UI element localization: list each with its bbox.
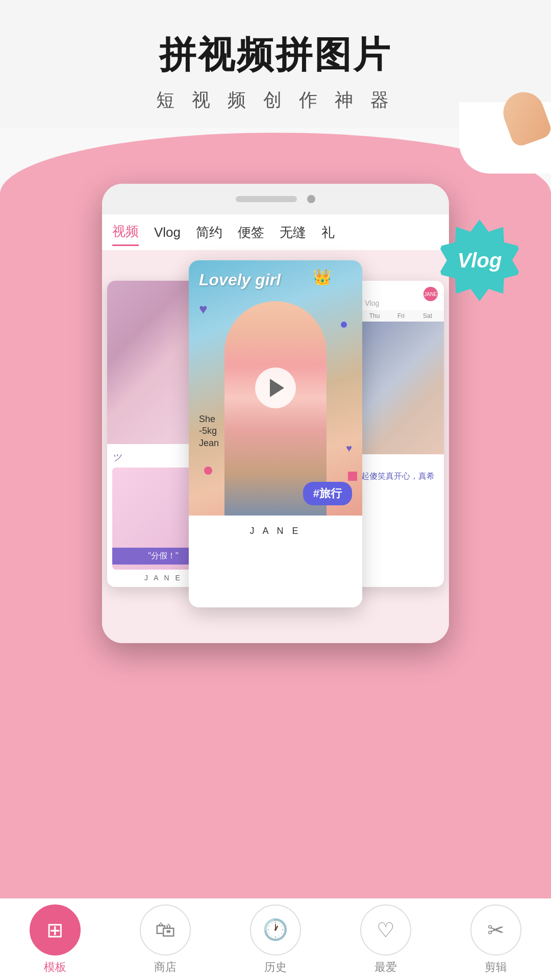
phone-container: 视频 Vlog 简约 便签 无缝 礼 ツ: [97, 184, 454, 643]
tablet-top-bar: [102, 184, 449, 214]
tab-note[interactable]: 便签: [238, 219, 264, 246]
table-col-sat: Sat: [414, 312, 441, 320]
nav-item-template[interactable]: ⊞ 模板: [30, 904, 81, 975]
tablet-speaker: [236, 196, 297, 202]
nav-label-template: 模板: [44, 960, 66, 975]
tab-seamless[interactable]: 无缝: [280, 219, 306, 246]
tablet-screen: 视频 Vlog 简约 便签 无缝 礼 ツ: [102, 214, 449, 643]
dot-pink-2: [348, 472, 357, 481]
jane-label: J A N E: [249, 526, 301, 536]
nav-icon-template[interactable]: ⊞: [30, 904, 81, 955]
card-main[interactable]: Lovely girl 👑 ♥ ♥ #旅行: [189, 260, 362, 607]
tab-simple[interactable]: 简约: [196, 219, 222, 246]
card-main-footer: J A N E: [189, 516, 362, 546]
nav-label-history: 历史: [264, 960, 287, 975]
card-right-logo: JANE: [423, 287, 438, 301]
nav-label-favorites: 最爱: [374, 960, 397, 975]
nav-item-history[interactable]: 🕐 历史: [250, 904, 301, 975]
bottom-navigation: ⊞ 模板 🛍 商店 🕐 历史 ♡ 最爱 ✂ 剪辑: [0, 898, 551, 980]
main-title: 拼视频拼图片: [0, 31, 551, 80]
tab-vlog[interactable]: Vlog: [154, 220, 181, 244]
table-col-thu: Thu: [361, 312, 388, 320]
shirt-text: She -5kg Jean: [199, 413, 219, 449]
crown-icon: 👑: [313, 268, 332, 286]
tablet-mockup: 视频 Vlog 简约 便签 无缝 礼 ツ: [102, 184, 449, 643]
play-button[interactable]: [255, 368, 296, 408]
nav-item-favorites[interactable]: ♡ 最爱: [360, 904, 411, 975]
tablet-camera: [307, 195, 315, 203]
nav-icon-favorites[interactable]: ♡: [360, 904, 411, 955]
play-triangle-icon: [270, 379, 284, 397]
heart-icon-1: ♥: [199, 301, 208, 317]
tab-gift[interactable]: 礼: [321, 219, 335, 246]
travel-tag: #旅行: [303, 482, 352, 505]
heart-icon-2: ♥: [346, 443, 352, 454]
nav-label-edit: 剪辑: [485, 960, 507, 975]
dot-blue-1: [341, 322, 347, 328]
dot-pink-1: [204, 467, 212, 475]
lovely-girl-text: Lovely girl: [199, 271, 281, 289]
tab-video[interactable]: 视频: [112, 218, 139, 246]
nav-item-shop[interactable]: 🛍 商店: [140, 904, 191, 975]
card-main-image: Lovely girl 👑 ♥ ♥ #旅行: [189, 260, 362, 516]
cards-area: ツ "分假！" J A N E: [102, 250, 449, 643]
jane-logo-text: JANE: [424, 291, 437, 297]
nav-item-edit[interactable]: ✂ 剪辑: [470, 904, 521, 975]
nav-icon-edit[interactable]: ✂: [470, 904, 521, 955]
page-curl-decoration: [449, 102, 551, 184]
tab-bar: 视频 Vlog 简约 便签 无缝 礼: [102, 214, 449, 250]
nav-label-shop: 商店: [154, 960, 177, 975]
nav-icon-history[interactable]: 🕐: [250, 904, 301, 955]
table-col-fri: Fri: [388, 312, 414, 320]
nav-icon-shop[interactable]: 🛍: [140, 904, 191, 955]
